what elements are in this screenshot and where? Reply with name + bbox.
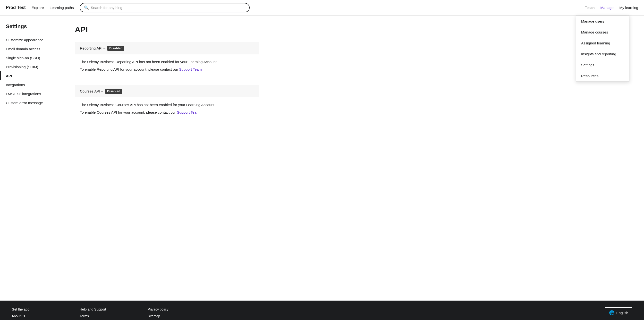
sidebar-item-customize[interactable]: Customize appearance [0, 36, 63, 44]
footer-sitemap[interactable]: Sitemap [148, 314, 196, 318]
reporting-api-badge: Disabled [107, 46, 124, 51]
footer-get-app[interactable]: Get the app [12, 307, 60, 311]
reporting-api-text2: To enable Reporting API for your account… [80, 67, 254, 72]
courses-api-header: Courses API – Disabled [75, 85, 259, 97]
dropdown-manage-courses[interactable]: Manage courses [576, 27, 629, 38]
courses-api-badge: Disabled [105, 88, 122, 94]
main-nav: Explore Learning paths [32, 6, 74, 10]
sidebar-item-error-msg[interactable]: Custom error message [0, 98, 63, 107]
footer-col-1: Get the app About us [12, 307, 60, 318]
footer-col-2: Help and Support Terms [80, 307, 128, 318]
main-content: API Reporting API – Disabled The Udemy B… [63, 16, 644, 300]
search-input[interactable] [91, 6, 245, 10]
header-right: Teach Manage My learning [585, 6, 638, 10]
sidebar-item-sso[interactable]: Single sign-on (SSO) [0, 54, 63, 62]
courses-api-card: Courses API – Disabled The Udemy Busines… [75, 85, 259, 122]
nav-my-learning[interactable]: My learning [619, 6, 638, 10]
dropdown-resources[interactable]: Resources [576, 70, 629, 81]
courses-api-support-link[interactable]: Support Team [177, 110, 199, 114]
reporting-api-body: The Udemy Business Reporting API has not… [75, 54, 259, 79]
footer-privacy[interactable]: Privacy policy [148, 307, 196, 311]
reporting-api-text1: The Udemy Business Reporting API has not… [80, 59, 254, 65]
reporting-api-support-link[interactable]: Support Team [179, 67, 202, 72]
manage-dropdown: Manage users Manage courses Assigned lea… [576, 16, 630, 82]
sidebar-item-email-domain[interactable]: Email domain access [0, 44, 63, 54]
sidebar-item-scim[interactable]: Provisioning (SCIM) [0, 62, 63, 72]
sidebar-title: Settings [0, 23, 63, 36]
header: Prod Test Explore Learning paths 🔍 Teach… [0, 0, 644, 16]
language-button[interactable]: 🌐 English [605, 307, 632, 318]
language-label: English [616, 311, 628, 315]
search-bar[interactable]: 🔍 [80, 3, 250, 12]
courses-api-text1: The Udemy Business Courses API has not b… [80, 102, 254, 108]
dropdown-insights[interactable]: Insights and reporting [576, 48, 629, 60]
page-title: API [75, 25, 632, 34]
sidebar: Settings Customize appearance Email doma… [0, 16, 63, 300]
logo[interactable]: Prod Test [6, 5, 26, 10]
footer-col-3: Privacy policy Sitemap [148, 307, 196, 318]
courses-api-text2: To enable Courses API for your account, … [80, 110, 254, 115]
sidebar-item-lms[interactable]: LMS/LXP integrations [0, 89, 63, 98]
nav-learning-paths[interactable]: Learning paths [50, 6, 74, 10]
footer-help[interactable]: Help and Support [80, 307, 128, 311]
globe-icon: 🌐 [609, 310, 614, 316]
courses-api-body: The Udemy Business Courses API has not b… [75, 97, 259, 122]
page-body: Settings Customize appearance Email doma… [0, 16, 644, 300]
sidebar-item-api[interactable]: API [0, 72, 63, 80]
reporting-api-label: Reporting API – [80, 46, 106, 50]
dropdown-manage-users[interactable]: Manage users [576, 16, 629, 27]
sidebar-item-integrations[interactable]: Integrations [0, 80, 63, 89]
dropdown-settings[interactable]: Settings [576, 60, 629, 70]
reporting-api-card: Reporting API – Disabled The Udemy Busin… [75, 42, 259, 79]
footer-about-us[interactable]: About us [12, 314, 60, 318]
footer: Get the app About us Help and Support Te… [0, 300, 644, 320]
nav-explore[interactable]: Explore [32, 6, 44, 10]
dropdown-assigned-learning[interactable]: Assigned learning [576, 38, 629, 48]
courses-api-label: Courses API – [80, 89, 103, 93]
reporting-api-header: Reporting API – Disabled [75, 42, 259, 54]
nav-manage[interactable]: Manage [600, 6, 614, 10]
footer-terms[interactable]: Terms [80, 314, 128, 318]
nav-teach[interactable]: Teach [585, 6, 594, 10]
footer-right: 🌐 English [605, 307, 632, 318]
search-icon: 🔍 [84, 5, 89, 10]
